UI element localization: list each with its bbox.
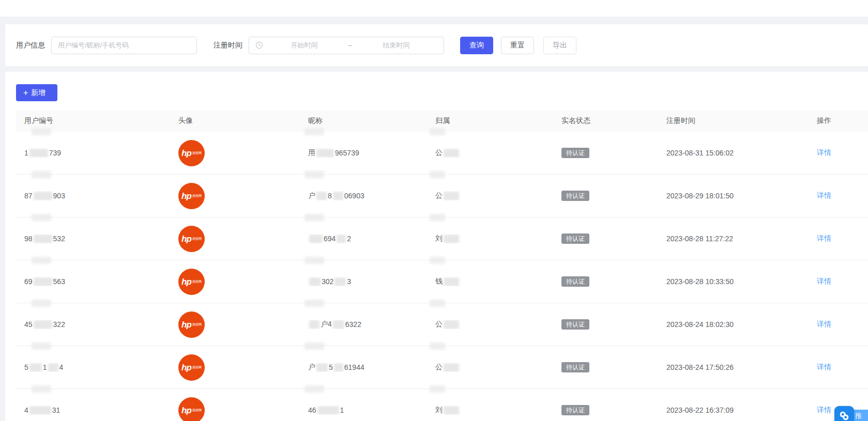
col-header-avatar: 头像 — [170, 116, 300, 126]
nickname-cell: 用965739 — [300, 148, 427, 158]
nickname-cell: 户561944 — [300, 363, 427, 372]
details-link[interactable]: 详情 — [817, 191, 831, 199]
user-info-label: 用户信息 — [16, 41, 45, 50]
avatar-cell: hp 惠绣网 — [170, 354, 300, 381]
add-user-button[interactable]: + 新增 — [16, 84, 57, 101]
avatar: hp 惠绣网 — [178, 269, 205, 295]
status-cell: 待认证 — [553, 233, 658, 244]
status-badge: 待认证 — [561, 191, 589, 201]
floating-widget[interactable]: 推 — [834, 406, 868, 421]
avatar-logo-main: hp — [181, 406, 191, 415]
actions-cell: 详情 — [809, 363, 868, 372]
user-id-cell: 45322 — [16, 320, 170, 329]
redaction-smudge — [32, 171, 51, 178]
details-link[interactable]: 详情 — [817, 234, 831, 242]
reg-time-cell: 2023-08-24 17:50:26 — [658, 363, 809, 371]
redaction-smudge — [430, 385, 445, 393]
avatar-cell: hp 惠绣网 — [170, 183, 300, 209]
search-button[interactable]: 查询 — [460, 37, 493, 54]
avatar-logo-main: hp — [181, 363, 191, 372]
reg-time-cell: 2023-08-29 18:01:50 — [658, 192, 809, 200]
date-range-picker[interactable]: 开始时间 – 结束时间 — [249, 37, 444, 54]
status-badge: 待认证 — [561, 233, 589, 244]
col-header-nickname: 昵称 — [300, 116, 427, 126]
avatar-logo-text: 惠绣网 — [192, 323, 202, 326]
avatar-cell: hp 惠绣网 — [170, 269, 300, 295]
redaction-smudge — [32, 214, 51, 221]
status-badge: 待认证 — [561, 405, 589, 415]
user-id-cell: 514 — [16, 363, 170, 372]
export-button[interactable]: 导出 — [543, 37, 576, 54]
details-link[interactable]: 详情 — [817, 406, 831, 414]
reg-time-cell: 2023-08-31 15:06:02 — [658, 149, 809, 157]
owner-cell: 钱 — [427, 277, 553, 286]
status-cell: 待认证 — [553, 319, 658, 330]
user-id-cell: 69563 — [16, 277, 170, 286]
user-id-cell: 1739 — [16, 148, 170, 158]
user-id-cell: 98532 — [16, 234, 170, 243]
reg-time-cell: 2023-08-22 16:37:09 — [658, 406, 809, 414]
table-row: 431 hp 惠绣网 461 刘 待认证 2023-08-22 16:37:09… — [16, 389, 868, 421]
reg-time-cell: 2023-08-28 11:27:22 — [658, 235, 809, 243]
redaction-smudge — [430, 128, 445, 135]
redaction-smudge — [430, 300, 445, 307]
reset-button[interactable]: 重置 — [501, 37, 534, 54]
redaction-smudge — [304, 385, 324, 393]
details-link[interactable]: 详情 — [817, 277, 831, 285]
end-time-placeholder: 结束时间 — [355, 41, 437, 50]
user-table: 用户编号 头像 昵称 归属 实名状态 注册时间 操作 1739 hp 惠绣网 用… — [16, 110, 868, 421]
avatar-logo-main: hp — [181, 192, 191, 200]
redaction-smudge — [304, 300, 324, 307]
user-id-cell: 87903 — [16, 191, 170, 200]
owner-cell: 刘 — [427, 406, 553, 415]
redaction-smudge — [304, 342, 324, 350]
nickname-cell: 3023 — [300, 277, 427, 286]
owner-cell: 公 — [427, 320, 553, 329]
status-cell: 待认证 — [553, 362, 658, 372]
nickname-cell: 户46322 — [300, 320, 427, 329]
avatar: hp 惠绣网 — [178, 354, 205, 381]
avatar-logo-text: 惠绣网 — [192, 151, 202, 154]
actions-cell: 详情 — [809, 277, 868, 286]
details-link[interactable]: 详情 — [817, 320, 831, 328]
owner-cell: 公 — [427, 363, 553, 372]
details-link[interactable]: 详情 — [817, 148, 831, 157]
redaction-smudge — [32, 385, 51, 393]
redaction-smudge — [430, 214, 445, 221]
col-header-status: 实名状态 — [553, 116, 658, 126]
details-link[interactable]: 详情 — [817, 363, 831, 371]
table-row: 87903 hp 惠绣网 户806903 公 待认证 2023-08-29 18… — [16, 175, 868, 217]
avatar: hp 惠绣网 — [178, 183, 205, 209]
table-row: 45322 hp 惠绣网 户46322 公 待认证 2023-08-24 18:… — [16, 303, 868, 346]
avatar-logo-text: 惠绣网 — [192, 194, 202, 197]
actions-cell: 详情 — [809, 191, 868, 200]
table-row: 514 hp 惠绣网 户561944 公 待认证 2023-08-24 17:5… — [16, 346, 868, 389]
redaction-smudge — [32, 300, 51, 307]
owner-cell: 公 — [427, 191, 553, 200]
clock-icon — [255, 41, 263, 49]
status-cell: 待认证 — [553, 405, 658, 415]
avatar-logo-text: 惠绣网 — [192, 409, 202, 412]
status-badge: 待认证 — [561, 276, 589, 287]
redaction-smudge — [32, 257, 51, 264]
start-time-placeholder: 开始时间 — [263, 41, 345, 50]
avatar-cell: hp 惠绣网 — [170, 397, 300, 421]
avatar-logo-main: hp — [181, 149, 191, 158]
col-header-actions: 操作 — [809, 116, 868, 126]
avatar-logo-text: 惠绣网 — [192, 237, 202, 240]
status-cell: 待认证 — [553, 276, 658, 287]
user-info-input[interactable] — [51, 37, 197, 54]
redaction-smudge — [32, 128, 51, 135]
nickname-cell: 户806903 — [300, 191, 427, 200]
avatar-logo-main: hp — [181, 277, 191, 286]
redaction-smudge — [304, 257, 324, 264]
col-header-user-id: 用户编号 — [16, 116, 170, 126]
filter-bar: 用户信息 注册时间 开始时间 – 结束时间 查询 重置 导出 — [5, 24, 868, 66]
avatar-cell: hp 惠绣网 — [170, 311, 300, 338]
table-row: 1739 hp 惠绣网 用965739 公 待认证 2023-08-31 15:… — [16, 132, 868, 175]
col-header-owner: 归属 — [427, 116, 553, 126]
range-separator: – — [345, 41, 355, 49]
redaction-smudge — [304, 171, 324, 178]
redaction-smudge — [32, 342, 51, 350]
netdisk-icon[interactable] — [834, 406, 854, 421]
